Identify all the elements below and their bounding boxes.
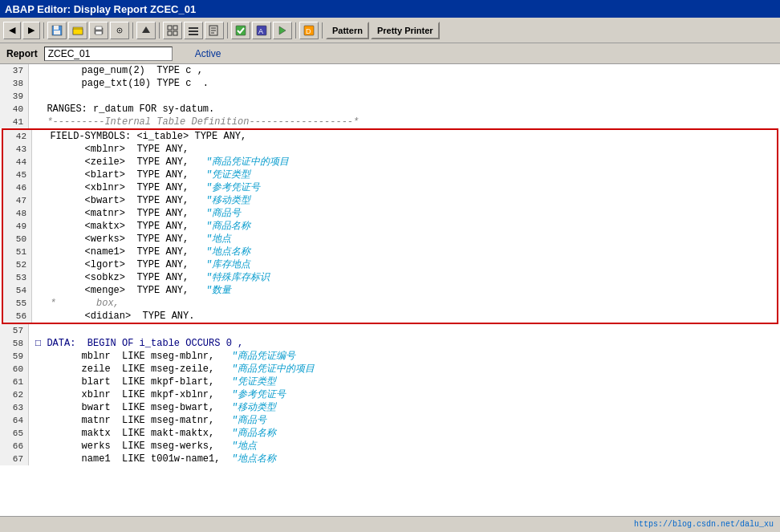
- toolbar-btn-open[interactable]: [68, 22, 87, 39]
- print-icon: [93, 25, 104, 36]
- comment-part: "凭证类型: [206, 169, 250, 181]
- line-content[interactable]: FIELD-SYMBOLS: <i_table> TYPE ANY,: [32, 130, 246, 143]
- toolbar-btn-activate[interactable]: A: [252, 22, 271, 39]
- line-content[interactable]: <didian> TYPE ANY.: [32, 310, 194, 323]
- line-content[interactable]: name1 LIKE t001w-name1, "地点名称: [29, 453, 276, 465]
- line-number: 45: [3, 169, 32, 181]
- test-icon: [277, 25, 288, 36]
- toolbar-btn-save[interactable]: [47, 22, 67, 39]
- toolbar-btn-debugger[interactable]: D: [299, 22, 319, 39]
- line-content[interactable]: page_txt(10) TYPE c .: [29, 77, 209, 90]
- line-number: 53: [3, 271, 32, 284]
- line-content[interactable]: blart LIKE mkpf-blart, "凭证类型: [29, 376, 276, 388]
- svg-rect-2: [54, 30, 60, 35]
- line-number: 43: [3, 143, 32, 156]
- toolbar-btn-print[interactable]: [89, 22, 108, 39]
- toolbar-btn-test[interactable]: [273, 22, 292, 39]
- svg-marker-10: [142, 26, 150, 33]
- code-part: <werks> TYPE ANY,: [39, 234, 206, 245]
- code-line: 43 <mblnr> TYPE ANY,: [3, 143, 777, 156]
- svg-text:D: D: [306, 27, 311, 35]
- toolbar-btn-up[interactable]: [136, 22, 156, 39]
- toolbar-btn-grid2[interactable]: [184, 22, 203, 39]
- comment-part: "参考凭证号: [232, 389, 286, 400]
- toolbar-btn-grid1[interactable]: [163, 22, 182, 39]
- comment-part: "地点名称: [206, 246, 250, 258]
- line-content[interactable]: <name1> TYPE ANY, "地点名称: [32, 246, 250, 258]
- code-line: 61 blart LIKE mkpf-blart, "凭证类型: [0, 376, 780, 388]
- line-content[interactable]: □ DATA: BEGIN OF i_table OCCURS 0 ,: [29, 337, 243, 350]
- line-number: 50: [3, 233, 32, 246]
- forward-button[interactable]: ▶: [22, 22, 40, 39]
- code-line: 42 FIELD-SYMBOLS: <i_table> TYPE ANY,: [3, 130, 777, 143]
- code-part: zeile LIKE mseg-zeile,: [35, 363, 232, 375]
- code-line: 56 <didian> TYPE ANY.: [3, 310, 777, 323]
- pretty-printer-button[interactable]: Pretty Printer: [371, 22, 440, 39]
- code-line: 44 <zeile> TYPE ANY, "商品凭证中的项目: [3, 156, 777, 169]
- line-number: 66: [0, 440, 29, 453]
- active-status: Active: [195, 48, 221, 59]
- toolbar-sep-6: [322, 22, 323, 39]
- line-content[interactable]: <maktx> TYPE ANY, "商品名称: [32, 220, 250, 233]
- line-content[interactable]: <zeile> TYPE ANY, "商品凭证中的项目: [32, 156, 289, 169]
- line-content[interactable]: bwart LIKE mseg-bwart, "移动类型: [29, 401, 276, 414]
- code-line: 65 maktx LIKE makt-maktx, "商品名称: [0, 427, 780, 440]
- line-content[interactable]: [29, 324, 35, 337]
- line-content[interactable]: <menge> TYPE ANY, "数量: [32, 284, 231, 297]
- code-line: 37 page_num(2) TYPE c ,: [0, 64, 780, 77]
- line-content[interactable]: <sobkz> TYPE ANY, "特殊库存标识: [32, 271, 270, 284]
- svg-rect-1: [54, 26, 59, 30]
- code-line: 60 zeile LIKE mseg-zeile, "商品凭证中的项目: [0, 363, 780, 376]
- line-content[interactable]: <matnr> TYPE ANY, "商品号: [32, 207, 241, 220]
- pattern-button[interactable]: Pattern: [326, 22, 369, 39]
- line-content[interactable]: <blart> TYPE ANY, "凭证类型: [32, 169, 250, 181]
- line-content[interactable]: matnr LIKE mseg-matnr, "商品号: [29, 414, 266, 427]
- comment-part: "地点: [232, 441, 257, 452]
- title-text: ABAP Editor: Display Report ZCEC_01: [5, 3, 196, 15]
- line-content[interactable]: *---------Internal Table Definition-----…: [29, 116, 359, 128]
- code-line: 40 RANGES: r_datum FOR sy-datum.: [0, 103, 780, 116]
- code-part: xblnr LIKE mkpf-xblnr,: [35, 389, 232, 400]
- line-content[interactable]: xblnr LIKE mkpf-xblnr, "参考凭证号: [29, 388, 286, 401]
- code-line: 58□ DATA: BEGIN OF i_table OCCURS 0 ,: [0, 337, 780, 350]
- comment-part: "地点: [206, 234, 231, 245]
- line-content[interactable]: werks LIKE mseg-werks, "地点: [29, 440, 257, 453]
- back-button[interactable]: ◀: [3, 22, 21, 39]
- code-part: blart LIKE mkpf-blart,: [35, 376, 232, 388]
- line-content[interactable]: <lgort> TYPE ANY, "库存地点: [32, 258, 250, 271]
- line-content[interactable]: [29, 90, 35, 103]
- comment-part: "商品名称: [232, 428, 276, 439]
- line-content[interactable]: zeile LIKE mseg-zeile, "商品凭证中的项目: [29, 363, 315, 376]
- line-content[interactable]: <werks> TYPE ANY, "地点: [32, 233, 231, 246]
- line-content[interactable]: mblnr LIKE mseg-mblnr, "商品凭证编号: [29, 350, 295, 363]
- code-part: <sobkz> TYPE ANY,: [39, 272, 206, 283]
- toolbar-btn-settings[interactable]: [110, 22, 129, 39]
- code-line: 38 page_txt(10) TYPE c .: [0, 77, 780, 90]
- line-content[interactable]: <xblnr> TYPE ANY, "参考凭证号: [32, 181, 260, 194]
- line-number: 65: [0, 427, 29, 440]
- svg-rect-4: [73, 29, 83, 35]
- line-content[interactable]: page_num(2) TYPE c ,: [29, 64, 203, 77]
- line-number: 44: [3, 156, 32, 169]
- highlight-block: 42 FIELD-SYMBOLS: <i_table> TYPE ANY,43 …: [2, 128, 778, 324]
- toolbar-btn-check[interactable]: [231, 22, 250, 39]
- comment-part: "数量: [206, 285, 231, 296]
- code-area: 37 page_num(2) TYPE c ,38 page_txt(10) T…: [0, 64, 780, 516]
- line-number: 61: [0, 376, 29, 388]
- comment-part: "地点名称: [232, 453, 276, 465]
- line-content[interactable]: maktx LIKE makt-maktx, "商品名称: [29, 427, 276, 440]
- toolbar-btn-find[interactable]: [205, 22, 224, 39]
- line-content[interactable]: * box,: [32, 297, 120, 310]
- code-line: 52 <lgort> TYPE ANY, "库存地点: [3, 258, 777, 271]
- code-line: 59 mblnr LIKE mseg-mblnr, "商品凭证编号: [0, 350, 780, 363]
- comment-part: "移动类型: [232, 402, 276, 413]
- line-content[interactable]: <bwart> TYPE ANY, "移动类型: [32, 194, 250, 207]
- line-content[interactable]: RANGES: r_datum FOR sy-datum.: [29, 103, 214, 116]
- code-line: 50 <werks> TYPE ANY, "地点: [3, 233, 777, 246]
- line-number: 62: [0, 388, 29, 401]
- svg-rect-12: [173, 26, 177, 30]
- code-part: <maktx> TYPE ANY,: [39, 221, 206, 232]
- report-input[interactable]: [44, 47, 173, 61]
- line-content[interactable]: <mblnr> TYPE ANY,: [32, 143, 189, 156]
- code-part: maktx LIKE makt-maktx,: [35, 428, 232, 439]
